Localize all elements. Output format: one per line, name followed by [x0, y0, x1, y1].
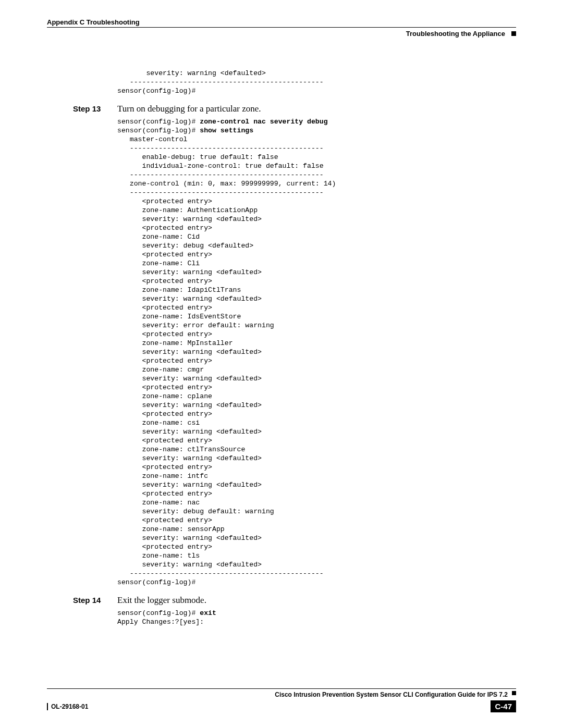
footer-docnum: OL-29168-01 — [51, 703, 88, 710]
cli-output-prev: severity: warning <defaulted> ----------… — [117, 69, 516, 95]
footer-row-bottom: OL-29168-01 C-47 — [47, 700, 516, 712]
page-number: C-47 — [491, 700, 516, 712]
chapter-title: Appendix C Troubleshooting — [47, 18, 516, 26]
step-13-text: Turn on debugging for a particular zone. — [117, 104, 261, 114]
footer-row-top: Cisco Intrusion Prevention System Sensor… — [47, 691, 516, 698]
page: Appendix C Troubleshooting Troubleshooti… — [0, 0, 563, 728]
cli-output-step13: sensor(config-log)# zone-control nac sev… — [117, 117, 516, 587]
footer-rule — [47, 688, 516, 689]
section-title: Troubleshooting the Appliance — [406, 30, 505, 38]
square-icon — [511, 31, 516, 36]
step-13-row: Step 13 Turn on debugging for a particul… — [73, 104, 516, 114]
vbar-icon — [47, 703, 48, 710]
step-14-label: Step 14 — [73, 596, 117, 604]
step-13-label: Step 13 — [73, 104, 117, 113]
cli-output-step14: sensor(config-log)# exit Apply Changes:?… — [117, 609, 516, 626]
header-sub-row: Troubleshooting the Appliance — [47, 30, 516, 38]
content-body: severity: warning <defaulted> ----------… — [117, 69, 516, 626]
square-icon — [512, 691, 516, 695]
step-14-row: Step 14 Exit the logger submode. — [73, 595, 516, 606]
page-header: Appendix C Troubleshooting Troubleshooti… — [47, 18, 516, 38]
page-footer: Cisco Intrusion Prevention System Sensor… — [47, 688, 516, 712]
footer-guide-title: Cisco Intrusion Prevention System Sensor… — [47, 691, 508, 698]
header-rule — [47, 27, 516, 28]
step-14-text: Exit the logger submode. — [117, 595, 206, 606]
footer-docnum-wrap: OL-29168-01 — [47, 703, 88, 710]
